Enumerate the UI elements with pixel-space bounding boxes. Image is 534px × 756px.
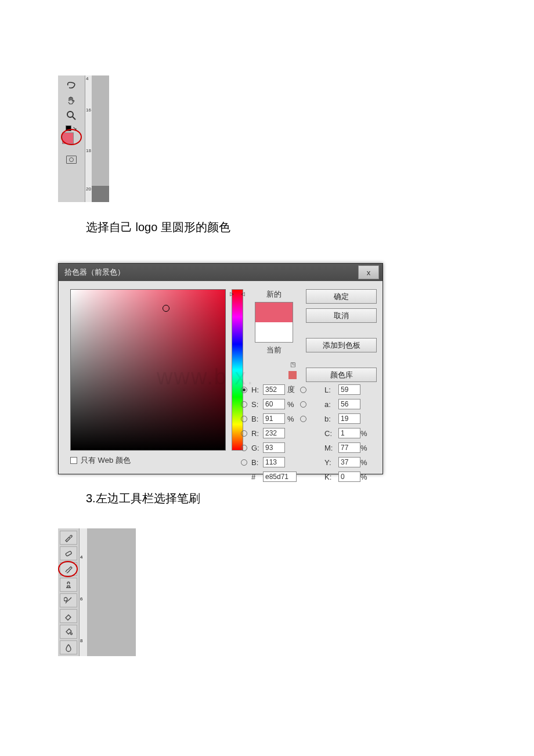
hand-tool-icon[interactable] [60,93,83,108]
radio-s[interactable] [241,401,247,408]
color-library-button[interactable]: 颜色库 [306,368,377,382]
label-l: L: [324,386,337,394]
unit-pct: % [287,400,299,409]
label-b2: b: [324,415,337,423]
radio-b2[interactable] [300,416,306,422]
lasso-tool-icon[interactable] [60,78,83,93]
label-g: G: [251,444,262,452]
ruler-mark: 18 [86,149,91,153]
radio-a[interactable] [300,401,306,408]
label-m: M: [324,444,337,452]
canvas-area-2 [87,528,136,656]
radio-r[interactable] [241,430,247,437]
input-y[interactable] [338,457,360,467]
input-b1[interactable] [263,413,285,424]
unit-pct: % [360,429,371,438]
radio-g[interactable] [241,445,247,451]
ruler-mark: 4 [80,555,82,560]
saturation-value-field[interactable] [70,289,226,451]
foreground-color-swatch[interactable] [62,132,74,144]
label-bv: B: [251,458,262,467]
input-m[interactable] [338,442,360,453]
unit-pct: % [360,473,371,481]
vertical-ruler: 4 16 18 20 [85,75,92,202]
label-b1: B: [251,415,262,423]
gamut-icons: ◳ [288,361,297,381]
input-hex[interactable] [263,471,297,482]
unit-pct: % [287,415,299,423]
add-swatch-button[interactable]: 添加到色板 [306,338,377,352]
web-only-checkbox[interactable] [70,457,77,464]
svg-line-1 [73,117,75,120]
ruler-mark: 16 [86,108,91,113]
input-bv[interactable] [263,457,285,467]
input-l[interactable] [338,384,360,395]
dialog-title: 拾色器（前景色） [64,267,125,278]
bucket-tool-icon[interactable] [60,625,77,639]
input-k[interactable] [338,471,360,482]
dialog-titlebar: 拾色器（前景色） x [59,264,383,281]
label-y: Y: [324,458,337,467]
vertical-ruler-2: 4 6 8 [79,528,87,656]
web-only-label: 只有 Web 颜色 [81,455,131,466]
blur-tool-icon[interactable] [60,640,77,654]
caption-text-2: 3.左边工具栏选择笔刷 [86,491,534,506]
radio-bv[interactable] [241,459,247,466]
input-g[interactable] [263,442,285,453]
input-s[interactable] [263,399,285,409]
default-colors-icon[interactable]: ↘ [66,125,77,131]
tool-panel: ↘ [58,75,85,202]
color-preview [255,302,293,343]
unit-pct: % [360,444,371,452]
input-h[interactable] [263,384,285,395]
cube-icon[interactable]: ◳ [288,361,297,369]
close-button[interactable]: x [358,265,379,279]
input-r[interactable] [263,428,285,438]
radio-h[interactable] [241,387,247,393]
ruler-mark: 8 [80,639,82,643]
history-brush-tool-icon[interactable] [60,593,77,607]
stamp-tool-icon[interactable] [60,578,77,592]
eyedropper-tool-icon[interactable] [60,531,77,545]
caption-text: 选择自己 logo 里圆形的颜色 [86,219,534,235]
current-color-swatch [255,322,293,342]
label-hex: # [251,473,262,481]
sv-marker [163,305,169,312]
canvas-area [92,75,109,202]
new-color-swatch [255,303,293,322]
ok-button[interactable]: 确定 [306,289,377,304]
heal-tool-icon[interactable] [60,546,77,560]
svg-rect-2 [66,551,72,556]
label-h: H: [251,386,262,394]
radio-l[interactable] [300,387,306,393]
input-b2[interactable] [338,413,360,424]
zoom-tool-icon[interactable] [60,108,83,123]
label-a: a: [324,400,337,409]
new-color-label: 新的 [266,289,282,300]
color-picker-dialog: 拾色器（前景色） x 只有 Web 颜色 ▷◁ [58,263,383,474]
cancel-button[interactable]: 取消 [306,308,377,323]
current-color-label: 当前 [266,345,282,355]
label-s: S: [251,400,262,409]
label-r: R: [251,429,262,438]
radio-b1[interactable] [241,416,247,422]
ruler-mark: 6 [80,597,82,602]
label-c: C: [324,429,337,438]
unit-deg: 度 [287,384,299,395]
gamut-swatch-icon[interactable] [288,371,297,379]
svg-point-0 [67,111,73,117]
quickmask-icon[interactable] [60,152,83,167]
label-k: K: [324,473,337,481]
input-a[interactable] [338,399,360,409]
toolbar-snippet-1: ↘ 4 16 18 20 [58,75,109,202]
toolbar-snippet-2: 4 6 8 [58,528,136,656]
ruler-mark: 20 [86,187,91,192]
input-c[interactable] [338,428,360,438]
eraser-tool-icon[interactable] [60,609,77,623]
unit-pct: % [360,458,371,467]
brush-tool-icon[interactable] [60,562,77,576]
ruler-mark: 4 [86,77,88,81]
tool-panel-2 [58,528,79,656]
